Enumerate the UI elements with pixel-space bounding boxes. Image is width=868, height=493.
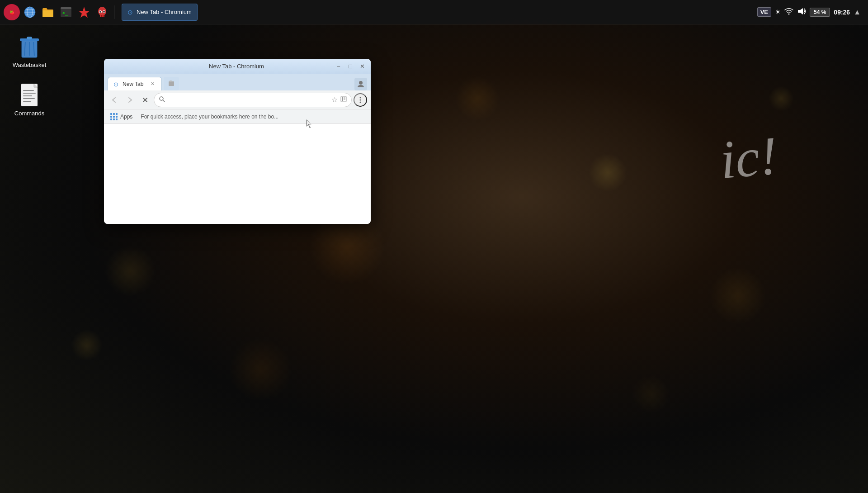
svg-rect-8 [61, 7, 71, 9]
svg-point-49 [360, 101, 361, 103]
tab-close-button[interactable]: ✕ [149, 81, 156, 88]
bookmarks-hint-text: For quick access, place your bookmarks h… [141, 114, 278, 120]
raspberry-pi-icon[interactable]: 🍓 [4, 4, 20, 20]
svg-marker-10 [79, 7, 90, 18]
forward-button[interactable] [123, 93, 137, 107]
taskbar-left: 🍓 >_ [0, 4, 201, 21]
svg-rect-42 [341, 96, 346, 102]
taskbar: 🍓 >_ [0, 0, 868, 24]
bookmark-star-icon[interactable]: ☆ [331, 95, 338, 104]
grid-dot-1 [110, 113, 112, 115]
svg-text:>_: >_ [62, 10, 68, 16]
menu-icon [356, 96, 364, 104]
browser-content-area [104, 124, 371, 224]
grid-dot-5 [113, 116, 115, 118]
new-tab-icon [168, 80, 175, 87]
folder-icon[interactable] [40, 4, 56, 20]
svg-rect-30 [23, 90, 34, 91]
audio-icon[interactable] [797, 7, 806, 17]
omnibox-input[interactable] [168, 96, 329, 103]
reader-mode-icon[interactable] [340, 96, 347, 104]
svg-rect-43 [342, 97, 343, 101]
folder-svg [42, 6, 54, 18]
system-clock: 09:26 [834, 9, 850, 16]
grid-dot-4 [110, 116, 112, 118]
apps-label: Apps [120, 114, 132, 120]
tab-favicon: ⊙ [113, 81, 120, 87]
account-button[interactable] [354, 78, 367, 90]
notification-icon[interactable]: ▲ [854, 8, 861, 16]
minimize-button[interactable]: − [334, 62, 344, 71]
reload-icon [142, 96, 149, 104]
active-tab[interactable]: ⊙ New Tab ✕ [108, 77, 162, 90]
raspberry-icon-img: 🍓 [4, 4, 20, 20]
grid-dot-8 [113, 119, 115, 120]
svg-rect-35 [169, 81, 174, 86]
desktop-icon-wastebasket[interactable]: Wastebasket [9, 32, 50, 71]
browser-bookmarks-bar: Apps For quick access, place your bookma… [104, 109, 371, 124]
close-button[interactable]: ✕ [357, 62, 367, 71]
taskbar-separator [114, 5, 114, 19]
svg-line-41 [163, 100, 165, 102]
taskbar-favicon: ⊙ [127, 9, 133, 16]
taskbar-window-button[interactable]: ⊙ New Tab - Chromium [122, 4, 198, 21]
terminal-icon[interactable]: >_ [58, 4, 74, 20]
skull-icon[interactable] [94, 4, 110, 20]
tab-title: New Tab [123, 81, 146, 87]
reload-button[interactable] [138, 93, 152, 107]
svg-rect-12 [100, 15, 104, 17]
browser-title: New Tab - Chromium [139, 63, 334, 70]
terminal-svg: >_ [60, 6, 72, 18]
browser-menu-button[interactable] [354, 93, 367, 107]
taskbar-window-title: New Tab - Chromium [137, 9, 192, 15]
taskbar-right: VE ✴ [750, 7, 868, 17]
svg-rect-36 [170, 81, 172, 82]
skull-svg [96, 6, 108, 19]
svg-rect-32 [23, 95, 32, 96]
browser-window: New Tab - Chromium − □ ✕ ⊙ New Tab ✕ [104, 59, 371, 224]
globe-icon[interactable] [22, 4, 38, 20]
omnibox[interactable]: ☆ [154, 93, 352, 107]
svg-text:🍓: 🍓 [9, 9, 15, 15]
back-icon [111, 96, 118, 104]
globe-svg [24, 6, 36, 19]
svg-point-19 [788, 13, 789, 14]
commands-label: Commands [14, 110, 44, 117]
svg-point-47 [360, 97, 361, 98]
maximize-button[interactable]: □ [345, 62, 355, 71]
desktop-icon-commands[interactable]: Commands [9, 80, 50, 119]
apps-grid-icon [110, 113, 118, 120]
wastebasket-label: Wastebasket [13, 62, 47, 68]
apps-button[interactable]: Apps [108, 112, 135, 121]
commands-svg [19, 83, 39, 107]
svg-point-18 [103, 11, 105, 13]
titlebar-controls: − □ ✕ [334, 62, 367, 71]
svg-rect-34 [23, 101, 31, 102]
browser-tabbar: ⊙ New Tab ✕ [104, 74, 371, 90]
grid-dot-3 [116, 113, 118, 115]
wifi-icon[interactable] [784, 7, 793, 17]
wastebasket-svg [18, 34, 41, 59]
watermark-text: ic! [718, 124, 780, 192]
grid-dot-9 [116, 119, 118, 120]
search-icon [159, 96, 165, 104]
forward-icon [126, 96, 133, 104]
wifi-svg [784, 7, 793, 15]
grid-dot-7 [110, 119, 112, 120]
back-button[interactable] [108, 93, 121, 107]
svg-rect-31 [23, 93, 36, 94]
system-tray: VE ✴ [757, 7, 861, 17]
browser-titlebar: New Tab - Chromium − □ ✕ [104, 59, 371, 74]
burst-star-icon[interactable] [76, 4, 92, 20]
new-tab-button[interactable] [164, 77, 179, 90]
ve-badge[interactable]: VE [757, 7, 771, 17]
battery-percent: 54 % [814, 9, 826, 15]
grid-dot-2 [113, 113, 115, 115]
browser-navbar: ☆ [104, 90, 371, 109]
bluetooth-icon[interactable]: ✴ [775, 8, 781, 16]
battery-indicator[interactable]: 54 % [810, 8, 830, 17]
svg-point-48 [360, 99, 361, 100]
svg-rect-33 [23, 98, 35, 99]
audio-svg [797, 7, 806, 15]
svg-point-37 [359, 81, 363, 85]
